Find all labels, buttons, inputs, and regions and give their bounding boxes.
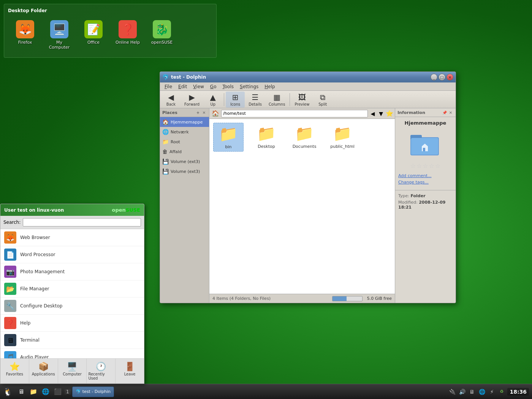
desktop-icon-label-onlinehelp: Online Help	[116, 40, 140, 45]
footer-item-computer[interactable]: 🖥️ Computer	[58, 359, 87, 383]
places-close-btn[interactable]: ✕	[201, 110, 207, 115]
change-tags-link[interactable]: Change tags...	[398, 180, 453, 185]
taskbar-show-desktop[interactable]: 🖥	[15, 386, 27, 398]
places-item-hjemmemappe[interactable]: 🏠 Hjemmemappe	[160, 117, 209, 127]
menu-item-file-manager[interactable]: 📂 File Manager	[0, 280, 144, 298]
footer-item-leave[interactable]: 🚪 Leave	[116, 359, 144, 383]
on-label: on	[29, 207, 35, 213]
places-volume1-label: Volume (ext3)	[171, 159, 200, 164]
nav-back-arrow[interactable]: ◀	[369, 110, 376, 117]
file-item-public-html[interactable]: 📁 public_html	[327, 123, 358, 152]
footer-label-computer: Computer	[63, 372, 82, 376]
tray-display-icon[interactable]: 🖥	[468, 388, 476, 396]
menu-go[interactable]: Go	[207, 83, 220, 90]
footer-item-recently-used[interactable]: 🕐 Recently Used	[87, 359, 116, 383]
taskbar-dolphin-window-btn[interactable]: 🐬 test - Dolphin	[72, 386, 114, 397]
menu-settings[interactable]: Settings	[237, 83, 261, 90]
nav-home-button[interactable]: 🏠	[211, 109, 220, 118]
tray-opensuse-icon[interactable]: ♻	[497, 388, 506, 396]
nav-dropdown-btn[interactable]: ▼	[377, 110, 385, 117]
places-header: Places + ✕	[160, 108, 209, 117]
info-links-section: Add comment... Change tags...	[395, 172, 456, 188]
toolbar-columns[interactable]: ▦ Columns	[266, 92, 288, 108]
tray-speaker-icon[interactable]: 🔊	[458, 388, 466, 396]
info-separator	[395, 190, 456, 190]
toolbar-forward[interactable]: ▶ Forward	[181, 92, 203, 108]
dolphin-title-text: test - Dolphin	[171, 74, 206, 80]
desktop-icon-onlinehelp[interactable]: ❓ Online Help	[114, 20, 141, 50]
nav-bookmark-button[interactable]: ⭐	[386, 110, 393, 117]
desktop-folder-title: Desktop Folder	[8, 8, 212, 13]
menu-help[interactable]: Help	[261, 83, 278, 90]
menu-item-audio-player[interactable]: 🎵 Audio Player	[0, 349, 144, 358]
desktop-icon-mycomputer[interactable]: 🖥️ My Computer	[46, 20, 73, 50]
toolbar-preview[interactable]: 🖼 Preview	[291, 92, 312, 108]
menu-item-photo-management[interactable]: 📷 Photo Management	[0, 263, 144, 280]
menu-view[interactable]: View	[190, 83, 207, 90]
footer-icon-recently-used: 🕐	[96, 362, 106, 371]
places-item-affald[interactable]: 🗑 Affald	[160, 147, 209, 157]
up-icon: ▲	[210, 93, 216, 102]
places-title: Places	[162, 110, 177, 115]
info-pin-btn[interactable]: 📌	[442, 110, 447, 115]
desktop-icon-opensuse[interactable]: 🐉 openSUSE	[149, 20, 175, 50]
nav-files-area: 🏠 /home/test ◀ ▼ ⭐ 📁 bin	[209, 108, 395, 303]
places-item-netvaerk[interactable]: 🌐 Netværk	[160, 127, 209, 137]
info-modified-row: Modified: 2008-12-09 18:21	[395, 199, 456, 211]
tray-network-icon[interactable]: 🌐	[478, 388, 486, 396]
start-menu-items-list: 🦊 Web Browser 📄 Word Processor 📷 Photo M…	[0, 229, 144, 358]
menu-file[interactable]: File	[162, 83, 175, 90]
star-4[interactable]: ☆	[429, 162, 434, 169]
places-add-btn[interactable]: +	[195, 110, 201, 115]
info-type-row: Type: Folder	[395, 193, 456, 199]
places-affald-label: Affald	[169, 149, 182, 154]
places-item-volume2[interactable]: 💾 Volume (ext3)	[160, 166, 209, 176]
info-close-btn[interactable]: ✕	[448, 110, 453, 115]
star-5[interactable]: ☆	[435, 162, 440, 169]
menu-item-word-processor[interactable]: 📄 Word Processor	[0, 246, 144, 263]
menu-item-configure-desktop[interactable]: 🔧 Configure Desktop	[0, 298, 144, 315]
taskbar-fm-icon[interactable]: 📁	[27, 386, 40, 398]
address-bar[interactable]: /home/test	[221, 110, 368, 117]
menu-item-web-browser[interactable]: 🦊 Web Browser	[0, 229, 144, 246]
desktop-icon-firefox[interactable]: 🦊 Firefox	[12, 20, 38, 50]
tray-plugin-icon[interactable]: 🔌	[448, 388, 456, 396]
file-item-desktop[interactable]: 📁 Desktop	[251, 123, 282, 152]
star-3[interactable]: ☆	[423, 162, 428, 169]
star-2[interactable]: ☆	[416, 162, 422, 169]
desktop-icon-img-onlinehelp: ❓	[119, 20, 137, 38]
taskbar-start-icon[interactable]: 🐧	[2, 386, 14, 398]
toolbar-up[interactable]: ▲ Up	[203, 92, 222, 108]
split-label: Split	[318, 102, 327, 106]
file-item-documents[interactable]: 📁 Documents	[289, 123, 320, 152]
tray-power-icon[interactable]: ⚡	[488, 388, 496, 396]
search-input[interactable]	[23, 218, 141, 226]
places-root-label: Root	[171, 139, 180, 144]
menu-item-help[interactable]: ❓ Help	[0, 315, 144, 332]
desktop-icon-label-firefox: Firefox	[18, 40, 32, 45]
toolbar-split[interactable]: ⧉ Split	[313, 92, 332, 108]
toolbar-details[interactable]: ☰ Details	[245, 92, 265, 108]
add-comment-link[interactable]: Add comment...	[398, 173, 453, 178]
info-star-rating[interactable]: ☆ ☆ ☆ ☆ ☆	[395, 160, 456, 172]
taskbar-terminal-icon[interactable]: ⬛	[52, 386, 64, 398]
places-item-root[interactable]: 📁 Root	[160, 137, 209, 147]
menu-item-terminal[interactable]: 🖥 Terminal	[0, 332, 144, 349]
taskbar-start-area: 🐧	[0, 384, 15, 399]
minimize-button[interactable]: _	[431, 74, 437, 81]
menu-tools[interactable]: Tools	[219, 83, 237, 90]
menu-item-icon-photo-management: 📷	[4, 266, 16, 278]
close-button[interactable]: ✕	[446, 74, 453, 81]
dolphin-toolbar: ◀ Back ▶ Forward ▲ Up ⊞ Icons ☰ Details …	[160, 91, 456, 108]
star-1[interactable]: ☆	[410, 162, 416, 169]
footer-item-favorites[interactable]: ⭐ Favorites	[0, 359, 29, 383]
footer-item-applications[interactable]: 📦 Applications	[29, 359, 58, 383]
toolbar-back[interactable]: ◀ Back	[162, 92, 180, 108]
places-item-volume1[interactable]: 💾 Volume (ext3)	[160, 157, 209, 166]
menu-edit[interactable]: Edit	[175, 83, 190, 90]
maximize-button[interactable]: □	[439, 74, 445, 81]
taskbar-browser-icon[interactable]: 🌐	[40, 386, 52, 398]
desktop-icon-office[interactable]: 📝 Office	[80, 20, 107, 50]
toolbar-icons[interactable]: ⊞ Icons	[226, 92, 245, 108]
file-item-bin[interactable]: 📁 bin	[213, 123, 244, 152]
